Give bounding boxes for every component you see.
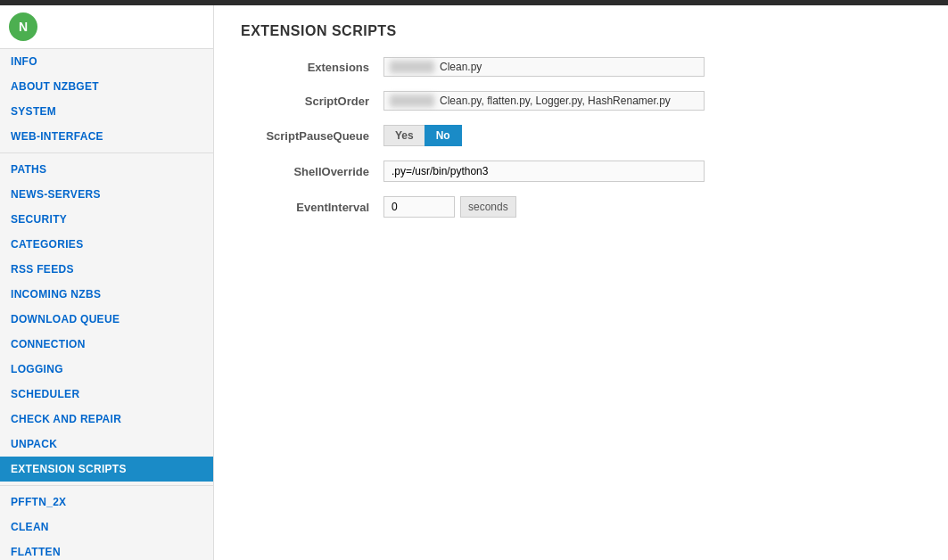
extensions-label: Extensions bbox=[241, 61, 383, 74]
shell-override-input[interactable] bbox=[383, 161, 705, 182]
sidebar-item-flatten[interactable]: FLATTEN bbox=[0, 539, 213, 560]
extensions-field[interactable]: Clean.py bbox=[383, 57, 705, 77]
sidebar-item-download-queue[interactable]: DOWNLOAD QUEUE bbox=[0, 307, 213, 332]
sidebar-item-logging[interactable]: LOGGING bbox=[0, 357, 213, 382]
sidebar-item-paths[interactable]: PATHS bbox=[0, 157, 213, 182]
sidebar-item-info[interactable]: INFO bbox=[0, 49, 213, 74]
sidebar-item-categories[interactable]: CATEGORIES bbox=[0, 232, 213, 257]
script-pause-queue-control: Yes No bbox=[383, 125, 462, 146]
yes-button[interactable]: Yes bbox=[383, 125, 425, 146]
script-order-label: ScriptOrder bbox=[241, 95, 383, 108]
sidebar-item-check-and-repair[interactable]: CHECK AND REPAIR bbox=[0, 407, 213, 432]
sidebar-item-system[interactable]: SYSTEM bbox=[0, 99, 213, 124]
sidebar-item-incoming-nzbs[interactable]: INCOMING NZBS bbox=[0, 282, 213, 307]
extensions-control: Clean.py bbox=[383, 57, 705, 77]
event-interval-label: EventInterval bbox=[241, 201, 383, 214]
script-pause-queue-row: ScriptPauseQueue Yes No bbox=[241, 125, 921, 146]
extensions-blurred bbox=[390, 61, 434, 73]
shell-override-control bbox=[383, 161, 705, 182]
script-order-blurred bbox=[390, 95, 434, 107]
main-layout: N INFO ABOUT NZBGET SYSTEM WEB-INTERFACE… bbox=[0, 5, 948, 560]
script-order-value: Clean.py, flatten.py, Logger.py, HashRen… bbox=[440, 95, 671, 107]
extensions-value: Clean.py bbox=[440, 61, 482, 73]
extensions-row: Extensions Clean.py bbox=[241, 57, 921, 77]
sidebar: N INFO ABOUT NZBGET SYSTEM WEB-INTERFACE… bbox=[0, 5, 214, 560]
sidebar-item-security[interactable]: SECURITY bbox=[0, 207, 213, 232]
script-order-control: Clean.py, flatten.py, Logger.py, HashRen… bbox=[383, 91, 705, 111]
script-order-field[interactable]: Clean.py, flatten.py, Logger.py, HashRen… bbox=[383, 91, 705, 111]
event-interval-unit: seconds bbox=[460, 196, 516, 218]
event-interval-input[interactable] bbox=[383, 196, 455, 218]
sidebar-item-scheduler[interactable]: SCHEDULER bbox=[0, 382, 213, 407]
sidebar-item-rss-feeds[interactable]: RSS FEEDS bbox=[0, 257, 213, 282]
sidebar-item-pfftn2x[interactable]: PFFTN_2X bbox=[0, 490, 213, 515]
sidebar-item-unpack[interactable]: UNPACK bbox=[0, 432, 213, 457]
sidebar-divider-1 bbox=[0, 152, 213, 153]
script-order-row: ScriptOrder Clean.py, flatten.py, Logger… bbox=[241, 91, 921, 111]
no-button[interactable]: No bbox=[425, 125, 462, 146]
sidebar-item-about-nzbget[interactable]: ABOUT NZBGET bbox=[0, 74, 213, 99]
sidebar-item-web-interface[interactable]: WEB-INTERFACE bbox=[0, 124, 213, 149]
shell-override-row: ShellOverride bbox=[241, 161, 921, 182]
section-title: EXTENSION SCRIPTS bbox=[241, 23, 921, 39]
sidebar-item-news-servers[interactable]: NEWS-SERVERS bbox=[0, 182, 213, 207]
logo-icon: N bbox=[9, 12, 37, 41]
sidebar-item-clean[interactable]: CLEAN bbox=[0, 515, 213, 539]
event-interval-row: EventInterval seconds bbox=[241, 196, 921, 218]
event-interval-control: seconds bbox=[383, 196, 516, 218]
script-pause-queue-label: ScriptPauseQueue bbox=[241, 129, 383, 143]
sidebar-item-extension-scripts[interactable]: EXTENSION SCRIPTS bbox=[0, 457, 213, 482]
sidebar-divider-2 bbox=[0, 485, 213, 486]
toggle-group: Yes No bbox=[383, 125, 462, 146]
sidebar-item-connection[interactable]: CONNECTION bbox=[0, 332, 213, 357]
sidebar-logo: N bbox=[0, 5, 213, 49]
main-content: EXTENSION SCRIPTS Extensions Clean.py Sc… bbox=[214, 5, 948, 560]
shell-override-label: ShellOverride bbox=[241, 165, 383, 178]
